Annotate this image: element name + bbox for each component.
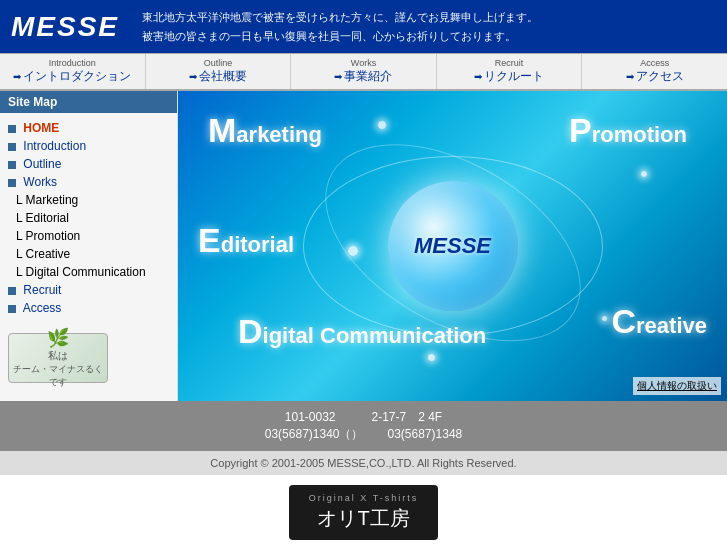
nav-arrow-icon4: ➡ [474,71,482,82]
nav-outline-label-en: Outline [148,58,289,68]
sidebar-item-home[interactable]: HOME [0,119,177,137]
notice-line1: 東北地方太平洋沖地震で被害を受けられた方々に、謹んでお見舞申し上げます。 [142,8,538,27]
footer-address2: 03(5687)1340（） 03(5687)1348 [8,426,719,443]
sidebar-creative-label: L Creative [16,247,70,261]
access-square-icon [8,305,16,313]
sidebar-item-promotion[interactable]: L Promotion [0,227,177,245]
nav-works[interactable]: Works ➡ 事業紹介 [291,54,437,89]
nav-works-link[interactable]: ➡ 事業紹介 [293,68,434,85]
hero: Marketing Promotion Editorial MESSE Digi… [178,91,727,401]
nav-recruit-link[interactable]: ➡ リクルート [439,68,580,85]
logo-area: MESSE [0,0,130,53]
sidebar-access-label: Access [23,301,62,315]
tshirt-banner[interactable]: Original X T-shirts オリT工房 [289,485,438,540]
sidebar-item-works[interactable]: Works [0,173,177,191]
badge-text2: チーム・マイナスるくです [9,363,107,389]
nav-arrow-icon2: ➡ [189,71,197,82]
sphere-logo: MESSE [414,233,491,259]
nav-works-jp: 事業紹介 [344,68,392,85]
sidebar: Site Map HOME Introduction Outline Works… [0,91,178,401]
sidebar-outline-label: Outline [23,157,61,171]
nav-access-link[interactable]: ➡ アクセス [584,68,725,85]
sidebar-item-access[interactable]: Access [0,299,177,317]
intro-square-icon [8,143,16,151]
editorial-big-e: E [198,221,221,259]
nav-access-jp: アクセス [636,68,684,85]
sidebar-item-creative[interactable]: L Creative [0,245,177,263]
footer-bottom: Original X T-shirts オリT工房 [0,475,727,545]
hero-creative: Creative [611,302,707,341]
sidebar-item-introduction[interactable]: Introduction [0,137,177,155]
creative-rest: reative [636,313,707,338]
home-square-icon [8,125,16,133]
badge-text1: 私は [48,349,68,363]
glow-dot-1 [378,121,386,129]
promotion-rest: romotion [592,122,687,147]
copyright-text: Copyright © 2001-2005 MESSE,CO.,LTD. All… [210,457,516,469]
nav-arrow-icon5: ➡ [626,71,634,82]
editorial-rest: ditorial [221,232,294,257]
nav-outline-link[interactable]: ➡ 会社概要 [148,68,289,85]
hero-promotion: Promotion [569,111,687,150]
nav-introduction-link[interactable]: ➡ イントロダクション [2,68,143,85]
hero-inner: Marketing Promotion Editorial MESSE Digi… [178,91,727,401]
main: Site Map HOME Introduction Outline Works… [0,91,727,401]
recruit-square-icon [8,287,16,295]
nav-outline-jp: 会社概要 [199,68,247,85]
glow-dot-2 [641,171,647,177]
marketing-rest: arketing [236,122,322,147]
glow-dot-4 [602,316,607,321]
tshirt-japanese-label: オリT工房 [317,507,409,529]
sidebar-item-marketing[interactable]: L Marketing [0,191,177,209]
glow-dot-5 [428,354,435,361]
nav-recruit-jp: リクルート [484,68,544,85]
promotion-big-p: P [569,111,592,149]
sidebar-editorial-label: L Editorial [16,211,69,225]
logo: MESSE [11,11,119,43]
nav-works-label-en: Works [293,58,434,68]
badge-image: 🌿 私は チーム・マイナスるくです [8,333,108,383]
sidebar-promotion-label: L Promotion [16,229,80,243]
sidebar-works-label: Works [23,175,57,189]
nav-outline[interactable]: Outline ➡ 会社概要 [146,54,292,89]
nav-arrow-icon: ➡ [13,71,21,82]
marketing-big-m: M [208,111,236,149]
nav-introduction[interactable]: Introduction ➡ イントロダクション [0,54,146,89]
nav-access[interactable]: Access ➡ アクセス [582,54,727,89]
notice-line2: 被害地の皆さまの一日も早い復興を社員一同、心からお祈りしております。 [142,27,538,46]
hero-digital: Digital Communication [238,312,486,351]
creative-big-c: C [611,302,636,340]
nav-introduction-label-en: Introduction [2,58,143,68]
sidebar-intro-label: Introduction [23,139,86,153]
sidebar-recruit-label: Recruit [23,283,61,297]
notice-area: 東北地方太平洋沖地震で被害を受けられた方々に、謹んでお見舞申し上げます。 被害地… [130,0,727,53]
sidebar-item-digital[interactable]: L Digital Communication [0,263,177,281]
footer-info: 101-0032 2-17-7 2 4F 03(5687)1340（） 03(5… [0,401,727,451]
hero-marketing: Marketing [208,111,322,150]
works-square-icon [8,179,16,187]
nav-access-label-en: Access [584,58,725,68]
nav-arrow-icon3: ➡ [334,71,342,82]
tshirt-small-label: Original X T-shirts [309,493,418,503]
sidebar-item-editorial[interactable]: L Editorial [0,209,177,227]
header: MESSE 東北地方太平洋沖地震で被害を受けられた方々に、謹んでお見舞申し上げま… [0,0,727,54]
nav-recruit-label-en: Recruit [439,58,580,68]
sitemap-title: Site Map [0,91,177,113]
hero-editorial: Editorial [198,221,294,260]
sidebar-home-label: HOME [23,121,59,135]
footer-address1: 101-0032 2-17-7 2 4F [8,409,719,426]
nav-introduction-jp: イントロダクション [23,68,131,85]
sidebar-badge: 🌿 私は チーム・マイナスるくです [0,327,177,389]
privacy-link[interactable]: 個人情報の取扱い [633,377,721,395]
navbar: Introduction ➡ イントロダクション Outline ➡ 会社概要 … [0,54,727,91]
digital-big-d: D [238,312,263,350]
nav-recruit[interactable]: Recruit ➡ リクルート [437,54,583,89]
digital-rest: igital Communication [263,323,487,348]
hero-sphere: MESSE [388,181,518,311]
sidebar-item-outline[interactable]: Outline [0,155,177,173]
sidebar-digital-label: L Digital Communication [16,265,146,279]
sidebar-item-recruit[interactable]: Recruit [0,281,177,299]
outline-square-icon [8,161,16,169]
footer-copyright: Copyright © 2001-2005 MESSE,CO.,LTD. All… [0,451,727,475]
sidebar-marketing-label: L Marketing [16,193,78,207]
